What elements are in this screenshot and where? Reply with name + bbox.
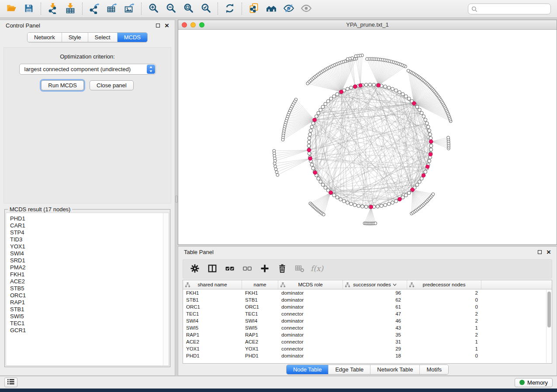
mcds-result-list[interactable]: PHD1CAR1STP4TID3YOX1SWI4SRD1PMA2FKH1ACE2… — [6, 213, 169, 366]
mcds-result-item[interactable]: SWI5 — [10, 313, 163, 320]
minimize-window-icon[interactable] — [190, 22, 196, 28]
column-browser-button[interactable] — [206, 262, 219, 275]
network-canvas[interactable] — [178, 30, 557, 244]
table-row[interactable]: STB1STB1dominator620 — [183, 296, 552, 303]
zoom-out-button[interactable] — [163, 2, 179, 16]
tab-network-table[interactable]: Network Table — [370, 365, 419, 374]
export-table-button[interactable] — [104, 2, 120, 16]
zoom-fit-button[interactable] — [180, 2, 196, 16]
hide-selected-button[interactable] — [281, 2, 297, 16]
table-cell: TEC1 — [242, 311, 278, 316]
mcds-result-item[interactable]: RAP1 — [10, 299, 163, 306]
mcds-result-item[interactable]: PMA2 — [10, 264, 163, 271]
tab-motifs[interactable]: Motifs — [419, 365, 448, 374]
main-toolbar — [0, 0, 557, 18]
mcds-result-item[interactable]: GCR1 — [10, 327, 163, 334]
function-builder-button: f(x) — [311, 262, 324, 275]
close-window-icon[interactable] — [182, 22, 187, 28]
refresh-layout-button[interactable] — [222, 2, 238, 16]
table-scrollbar-thumb[interactable] — [547, 292, 551, 327]
table-tabs: Node TableEdge TableNetwork TableMotifs — [286, 364, 449, 375]
export-network-button[interactable] — [86, 2, 102, 16]
close-panel-icon[interactable]: × — [165, 23, 169, 29]
column-header-successor-nodes[interactable]: successor nodes — [343, 280, 407, 289]
mcds-result-item[interactable]: FKH1 — [10, 271, 163, 278]
first-neighbors-button[interactable] — [263, 2, 279, 16]
mcds-result-item[interactable]: PHD1 — [10, 215, 163, 222]
mcds-result-item[interactable]: ORC1 — [10, 292, 163, 299]
column-header-mcds-role[interactable]: MCDS role — [278, 280, 343, 289]
table-scrollbar[interactable] — [546, 290, 552, 363]
mcds-result-item[interactable]: CAR1 — [10, 222, 163, 229]
result-list-scrollbar[interactable] — [163, 213, 169, 365]
tab-node-table[interactable]: Node Table — [287, 365, 329, 374]
zoom-selected-button[interactable] — [198, 2, 214, 16]
tab-edge-table[interactable]: Edge Table — [328, 365, 370, 374]
toolbar-icon-groups — [3, 2, 314, 16]
table-row[interactable]: PHD1PHD1dominator180 — [183, 352, 552, 359]
open-file-button[interactable] — [3, 2, 19, 16]
network-satellite-nodes[interactable] — [273, 54, 452, 225]
node-table: shared namenameMCDS rolesuccessor nodesp… — [183, 280, 552, 364]
tab-mcds[interactable]: MCDS — [117, 33, 147, 42]
splitter-grabber-icon[interactable] — [175, 196, 178, 203]
deselect-all-button[interactable] — [241, 262, 254, 275]
select-all-button[interactable] — [223, 262, 236, 275]
network-window-titlebar[interactable]: YPA_prune.txt_1 — [178, 20, 557, 30]
control-panel: Control Panel × NetworkStyleSelectMCDS O… — [0, 20, 175, 376]
table-cell: ACE2 — [242, 339, 278, 344]
control-panel-tabs: NetworkStyleSelectMCDS — [27, 32, 148, 42]
table-row[interactable]: ACE2ACE2connector311 — [183, 338, 552, 345]
close-panel-button[interactable]: Close panel — [90, 80, 134, 90]
table-cell: PHD1 — [242, 353, 278, 358]
mcds-result-item[interactable]: YOX1 — [10, 243, 163, 250]
main-area: Control Panel × NetworkStyleSelectMCDS O… — [0, 18, 557, 376]
float-panel-icon[interactable] — [156, 24, 160, 28]
search-input[interactable] — [468, 3, 551, 14]
table-row[interactable]: SWI5SWI5connector431 — [183, 324, 552, 331]
table-cell: 1 — [407, 346, 481, 351]
clone-network-button[interactable] — [246, 2, 262, 16]
column-header-shared-name[interactable]: shared name — [183, 280, 242, 289]
vertical-splitter[interactable] — [175, 20, 178, 376]
mcds-result-item[interactable]: ACE2 — [10, 278, 163, 285]
mcds-result-item[interactable]: STB1 — [10, 306, 163, 313]
run-mcds-button[interactable]: Run MCDS — [41, 80, 84, 90]
import-network-button[interactable] — [45, 2, 61, 16]
save-session-button[interactable] — [21, 2, 37, 16]
export-image-button[interactable] — [121, 2, 137, 16]
add-column-button[interactable] — [258, 262, 271, 275]
table-row[interactable]: SWI4SWI4dominator462 — [183, 317, 552, 324]
import-network-icon — [47, 3, 59, 15]
table-row[interactable]: RAP1RAP1dominator352 — [183, 331, 552, 338]
mcds-result-item[interactable]: SRD1 — [10, 257, 163, 264]
zoom-in-button[interactable] — [145, 2, 161, 16]
memory-button[interactable]: Memory — [515, 378, 553, 387]
close-table-panel-icon[interactable]: × — [547, 249, 551, 255]
table-row[interactable]: FKH1FKH1dominator962 — [183, 289, 552, 296]
tab-network[interactable]: Network — [28, 33, 62, 42]
table-row[interactable]: YOX1YOX1connector291 — [183, 345, 552, 352]
mcds-result-item[interactable]: TEC1 — [10, 320, 163, 327]
import-table-button[interactable] — [62, 2, 78, 16]
network-graph[interactable] — [178, 30, 557, 244]
criterion-select[interactable]: largest connected component (undirected) — [19, 64, 156, 75]
settings-button[interactable] — [188, 262, 201, 275]
mcds-result-item[interactable]: TID3 — [10, 236, 163, 243]
mcds-result-item[interactable]: SWI4 — [10, 250, 163, 257]
maximize-window-icon[interactable] — [199, 22, 204, 28]
task-history-button[interactable] — [4, 378, 17, 387]
delete-column-button[interactable] — [276, 262, 289, 275]
mcds-result-item[interactable]: STP4 — [10, 229, 163, 236]
tab-style[interactable]: Style — [62, 33, 88, 42]
table-row[interactable]: TEC1TEC1connector472 — [183, 310, 552, 317]
table-cell: 2 — [407, 332, 481, 337]
float-table-panel-icon[interactable] — [538, 250, 542, 254]
sort-chevron-icon[interactable] — [393, 282, 397, 287]
table-row[interactable]: ORC1ORC1dominator610 — [183, 303, 552, 310]
tab-select[interactable]: Select — [88, 33, 117, 42]
show-all-button[interactable] — [298, 2, 314, 16]
column-header-predecessor-nodes[interactable]: predecessor nodes — [407, 280, 481, 289]
mcds-result-item[interactable]: STB5 — [10, 285, 163, 292]
column-header-name[interactable]: name — [242, 280, 278, 289]
